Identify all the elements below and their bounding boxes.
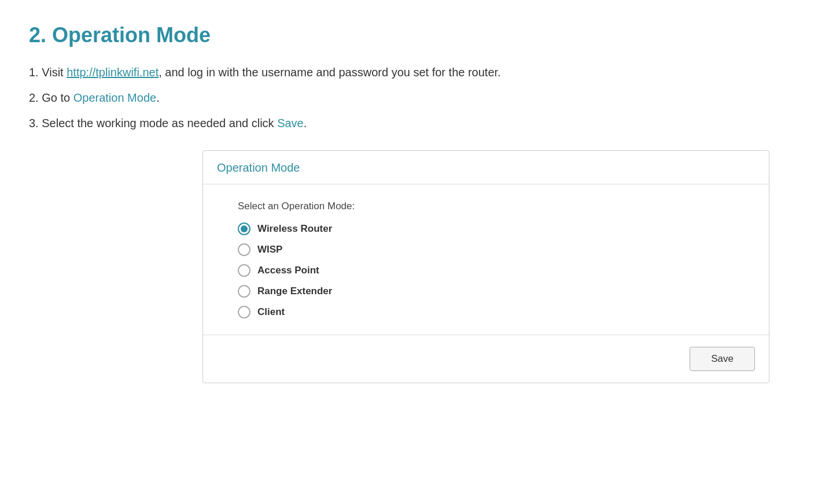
radio-client[interactable] <box>238 306 250 318</box>
radio-label-wisp: WISP <box>257 244 282 255</box>
radio-access-point[interactable] <box>238 264 250 277</box>
radio-label-wireless-router: Wireless Router <box>257 223 332 235</box>
panel-body: Select an Operation Mode: Wireless Route… <box>203 184 769 335</box>
radio-range-extender[interactable] <box>238 285 250 298</box>
radio-item-wisp[interactable]: WISP <box>238 243 734 256</box>
radio-wireless-router[interactable] <box>238 223 250 235</box>
instructions-list: 1. Visit http://tplinkwifi.net, and log … <box>29 64 811 132</box>
radio-group: Wireless Router WISP Access Point Range … <box>238 223 734 318</box>
instruction-item-3: 3. Select the working mode as needed and… <box>29 114 811 132</box>
instruction-1-text: , and log in with the username and passw… <box>159 66 500 79</box>
select-label: Select an Operation Mode: <box>238 201 734 212</box>
operation-mode-panel: Operation Mode Select an Operation Mode:… <box>202 150 769 383</box>
radio-item-range-extender[interactable]: Range Extender <box>238 285 734 298</box>
save-button[interactable]: Save <box>690 347 755 371</box>
instruction-3-text-after: . <box>304 117 307 129</box>
instruction-3-text-before: 3. Select the working mode as needed and… <box>29 117 277 129</box>
instruction-2-text-after: . <box>156 91 160 104</box>
radio-label-range-extender: Range Extender <box>257 286 332 297</box>
radio-label-access-point: Access Point <box>257 265 319 276</box>
instruction-item-1: 1. Visit http://tplinkwifi.net, and log … <box>29 64 811 81</box>
page-title: 2. Operation Mode <box>29 23 811 47</box>
instruction-item-2: 2. Go to Operation Mode. <box>29 89 811 106</box>
instruction-2-text-before: 2. Go to <box>29 91 73 104</box>
panel-footer: Save <box>203 335 769 383</box>
radio-wisp[interactable] <box>238 243 250 256</box>
radio-item-client[interactable]: Client <box>238 306 734 318</box>
radio-item-wireless-router[interactable]: Wireless Router <box>238 223 734 235</box>
operation-mode-link: Operation Mode <box>73 91 156 104</box>
radio-item-access-point[interactable]: Access Point <box>238 264 734 277</box>
save-link-text: Save <box>277 117 304 129</box>
panel-title: Operation Mode <box>217 161 300 174</box>
tplink-link[interactable]: http://tplinkwifi.net <box>67 66 159 79</box>
radio-label-client: Client <box>257 306 285 318</box>
instruction-1-number: 1. Visit <box>29 66 67 79</box>
panel-header: Operation Mode <box>203 151 769 184</box>
